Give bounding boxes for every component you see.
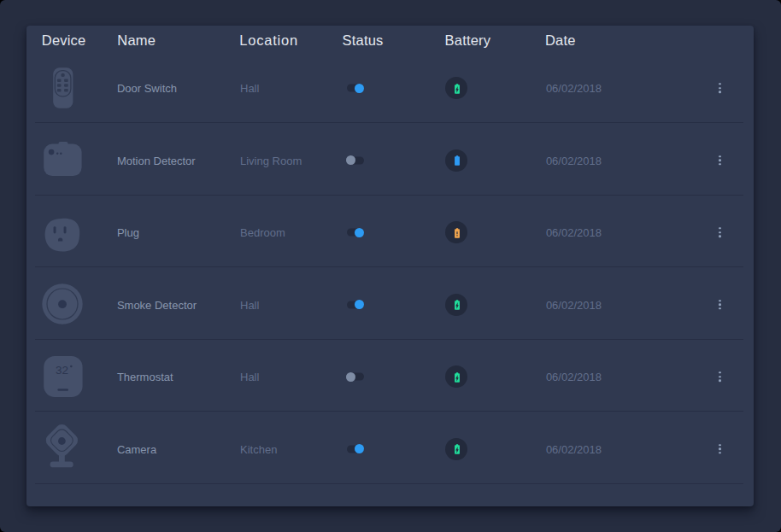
svg-text:32: 32 <box>56 364 68 377</box>
